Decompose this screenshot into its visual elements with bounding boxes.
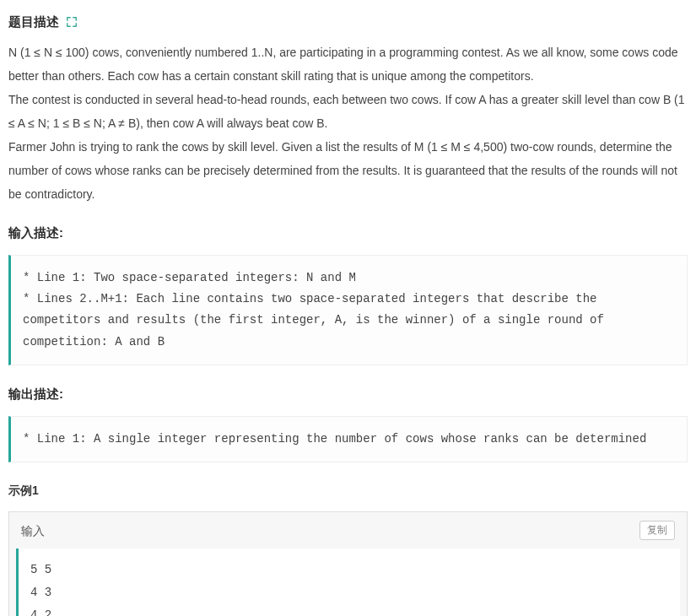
example-input-code: 5 5 4 3 4 2 3 2 1 2 2 5 xyxy=(16,548,680,616)
problem-description-header: 题目描述 xyxy=(8,12,688,32)
example-input-box-header: 输入 复制 xyxy=(9,512,687,548)
input-description-title: 输入描述: xyxy=(8,223,63,243)
copy-button[interactable]: 复制 xyxy=(639,521,675,540)
example-input-label: 输入 xyxy=(21,521,45,540)
description-paragraph-1: N (1 ≤ N ≤ 100) cows, conveniently numbe… xyxy=(8,41,688,88)
output-description-block: * Line 1: A single integer representing … xyxy=(8,416,688,462)
output-description-title: 输出描述: xyxy=(8,384,63,404)
problem-description-title: 题目描述 xyxy=(8,12,59,32)
description-paragraph-2: The contest is conducted in several head… xyxy=(8,88,688,135)
problem-description-body: N (1 ≤ N ≤ 100) cows, conveniently numbe… xyxy=(8,41,688,206)
output-description-header: 输出描述: xyxy=(8,384,688,404)
input-description-header: 输入描述: xyxy=(8,223,688,243)
example-header: 示例1 xyxy=(8,481,688,500)
description-paragraph-3: Farmer John is trying to rank the cows b… xyxy=(8,135,688,206)
example-input-box: 输入 复制 5 5 4 3 4 2 3 2 1 2 2 5 xyxy=(8,511,688,616)
expand-icon[interactable] xyxy=(66,16,78,28)
input-description-block: * Line 1: Two space-separated integers: … xyxy=(8,255,688,365)
